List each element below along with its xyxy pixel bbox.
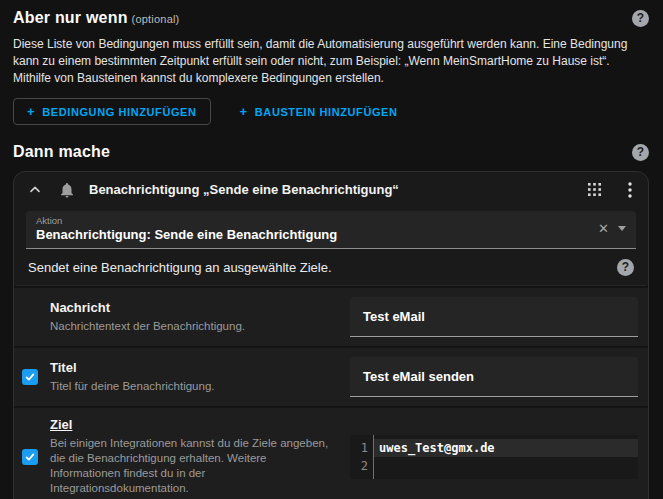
overflow-menu-icon[interactable] [626, 180, 634, 200]
conditions-title: Aber nur wenn(optional) [13, 9, 179, 27]
conditions-title-text: Aber nur wenn [13, 9, 128, 26]
add-condition-label: BEDINGUNG HINZUFÜGEN [42, 106, 196, 118]
actions-header: Dann mache ? [13, 143, 649, 161]
field-desc-target: Bei einigen Integrationen kannst du die … [50, 436, 332, 496]
action-card-title: Benachrichtigung „Sende eine Benachricht… [89, 182, 575, 197]
code-line[interactable]: uwes_Test@gmx.de [374, 439, 638, 457]
field-row-target: Ziel Bei einigen Integrationen kannst du… [14, 406, 648, 499]
actions-title: Dann mache [13, 143, 110, 161]
service-description: Sendet eine Benachrichtigung an ausgewäh… [28, 260, 332, 275]
action-card: Benachrichtigung „Sende eine Benachricht… [13, 171, 649, 499]
help-icon[interactable]: ? [617, 259, 634, 276]
target-checkbox[interactable] [22, 449, 38, 465]
conditions-header: Aber nur wenn(optional) ? [13, 9, 649, 27]
field-name-title: Titel [50, 360, 332, 375]
bell-icon [56, 179, 78, 201]
target-code-editor[interactable]: 1 2 uwes_Test@gmx.de [350, 435, 638, 479]
service-description-row: Sendet eine Benachrichtigung an ausgewäh… [16, 249, 646, 286]
field-name-message: Nachricht [50, 300, 332, 315]
code-line[interactable] [374, 457, 638, 475]
field-row-title: Titel Titel für deine Benachrichtigung. … [14, 346, 648, 406]
optional-label: (optional) [132, 13, 180, 25]
drag-handle-icon[interactable] [586, 181, 603, 198]
action-select-value: Benachrichtigung: Sende eine Benachricht… [36, 227, 591, 242]
field-row-message: Nachricht Nachrichtentext der Benachrich… [14, 286, 648, 346]
action-card-header: Benachrichtigung „Sende eine Benachricht… [14, 172, 648, 202]
add-condition-button[interactable]: + BEDINGUNG HINZUFÜGEN [13, 98, 211, 125]
conditions-description: Diese Liste von Bedingungen muss erfüllt… [13, 36, 649, 87]
conditions-buttons: + BEDINGUNG HINZUFÜGEN + BAUSTEIN HINZUF… [13, 98, 649, 125]
field-desc-title: Titel für deine Benachrichtigung. [50, 379, 332, 394]
clear-icon[interactable]: ✕ [591, 221, 616, 236]
add-building-block-label: BAUSTEIN HINZUFÜGEN [255, 106, 398, 118]
help-icon[interactable]: ? [632, 144, 649, 161]
action-select[interactable]: Aktion Benachrichtigung: Sende eine Bena… [26, 211, 636, 249]
chevron-down-icon[interactable] [618, 226, 626, 231]
automation-editor: Aber nur wenn(optional) ? Diese Liste vo… [0, 0, 663, 499]
field-desc-message: Nachrichtentext der Benachrichtigung. [50, 319, 332, 334]
collapse-chevron-icon[interactable] [25, 180, 45, 200]
line-numbers: 1 2 [350, 435, 374, 479]
message-input[interactable]: Test eMail [350, 297, 638, 337]
plus-icon: + [27, 104, 35, 119]
title-input[interactable]: Test eMail senden [350, 357, 638, 397]
field-name-target: Ziel [50, 417, 332, 432]
title-checkbox[interactable] [22, 369, 38, 385]
add-building-block-button[interactable]: + BAUSTEIN HINZUFÜGEN [227, 99, 411, 124]
help-icon[interactable]: ? [632, 10, 649, 27]
plus-icon: + [240, 104, 248, 119]
action-select-label: Aktion [36, 215, 591, 226]
